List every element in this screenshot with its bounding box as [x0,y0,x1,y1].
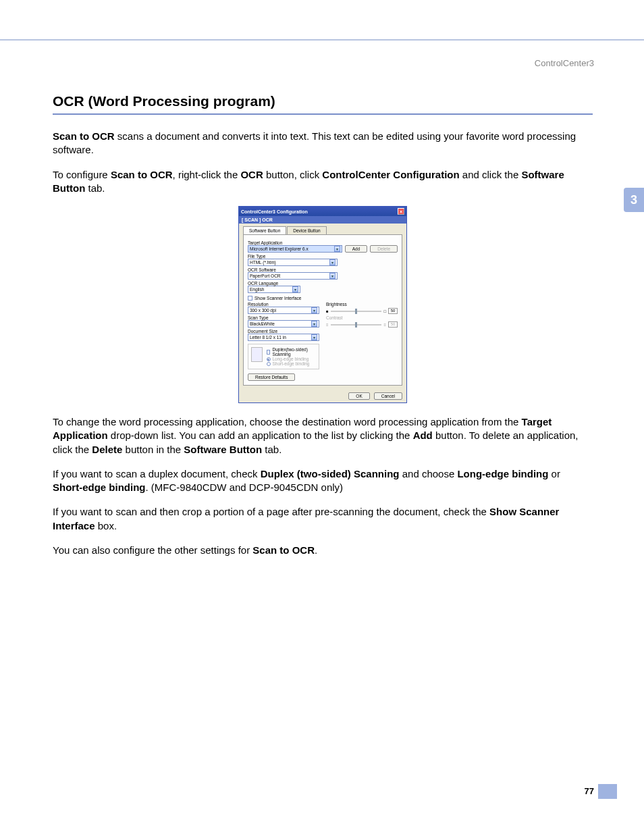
contrast-high-icon: ≡ [383,323,386,327]
dialog-footer: OK Cancel [239,390,406,402]
ok-button[interactable]: OK [348,392,369,400]
text: You can also configure the other setting… [53,544,252,556]
page-bar-decoration [598,784,617,799]
text: button in the [122,444,184,455]
combo-document-size[interactable]: Letter 8 1/2 x 11 in ▾ [248,334,319,341]
top-bar [0,0,644,41]
chevron-down-icon: ▾ [311,321,317,327]
slider-track[interactable] [331,311,382,312]
radio-long-edge[interactable]: Long-edge binding [267,357,317,361]
header-product: ControlCenter3 [535,58,594,68]
section-title: OCR (Word Processing program) [53,93,593,115]
combo-value: HTML (*.htm) [250,260,276,265]
label-short-edge: Short-edge binding [273,361,310,366]
combo-ocr-language[interactable]: English ▾ [248,286,300,293]
slider-contrast: ≡ ≡ 50 [326,321,398,328]
radio-icon [267,362,271,366]
combo-target-app[interactable]: Microsoft Internet Explorer 6.x ▾ [248,245,342,253]
combo-value: Letter 8 1/2 x 11 in [250,335,286,340]
duplex-icon [251,347,263,362]
text: . (MFC-9840CDW and DCP-9045CDN only) [145,481,343,493]
tabs: Software Button Device Button [243,226,402,234]
bold: ControlCenter Configuration [322,169,459,180]
radio-icon [267,357,271,361]
bold: Long-edge binding [457,468,548,479]
checkbox-duplex[interactable]: Duplex(two-sided) Scanning [267,347,317,357]
add-button[interactable]: Add [345,245,368,253]
label-ocr-software: OCR Software [248,267,398,272]
bold: Short-edge binding [53,481,145,493]
text: If you want to scan a duplex document, c… [53,468,261,479]
paragraph-2: To configure Scan to OCR, right-click th… [53,168,593,196]
label-file-type: File Type [248,254,398,259]
bold: Scan to OCR [252,544,315,556]
brightness-value[interactable]: 50 [388,308,398,314]
text: . [315,544,317,556]
chevron-down-icon: ▾ [311,307,317,313]
bold: Add [413,429,433,441]
bold: Delete [92,444,122,455]
text: tab. [262,444,281,455]
paragraph-4: If you want to scan a duplex document, c… [53,467,593,495]
combo-value: Black&White [250,321,275,326]
config-dialog: ControlCenter3 Configuration × [ SCAN ] … [238,206,407,403]
label-ocr-language: OCR Language [248,281,398,286]
tab-software-button[interactable]: Software Button [243,226,286,234]
paragraph-3: To change the word processing applicatio… [53,415,593,457]
bold-scan-to-ocr: Scan to OCR [53,130,115,142]
text: scans a document and converts it into te… [53,130,576,155]
combo-file-type[interactable]: HTML (*.htm) ▾ [248,259,338,266]
radio-short-edge[interactable]: Short-edge binding [267,361,317,366]
combo-value: Microsoft Internet Explorer 6.x [250,246,308,251]
restore-defaults-button[interactable]: Restore Defaults [248,373,295,381]
slider-brightness[interactable]: ■ □ 50 [326,308,398,314]
text: drop-down list. You can add an applicati… [108,429,413,441]
text: To configure [53,169,111,180]
dialog-subtitle: [ SCAN ] OCR [239,216,406,224]
cancel-button[interactable]: Cancel [374,392,402,400]
paragraph-5: If you want to scan and then crop a port… [53,505,593,533]
tab-device-button[interactable]: Device Button [287,226,326,234]
slider-thumb[interactable] [355,309,357,314]
text: , right-click the [173,169,241,180]
label-duplex: Duplex(two-sided) Scanning [272,347,316,357]
label-target-app: Target Application [248,240,398,245]
label-contrast: Contrast [326,315,398,320]
combo-value: PaperPort OCR [250,273,281,278]
bold: Software Button [184,444,262,455]
close-icon[interactable]: × [398,208,404,215]
label-scan-type: Scan Type [248,315,319,320]
label-document-size: Document Size [248,329,319,334]
combo-resolution[interactable]: 300 x 300 dpi ▾ [248,307,319,314]
text: and click the [460,169,522,180]
chevron-down-icon: ▾ [334,246,340,252]
label-long-edge: Long-edge binding [273,357,309,361]
dialog-titlebar: ControlCenter3 Configuration × [239,207,406,216]
page-number: 77 [585,786,594,796]
combo-value: 300 x 300 dpi [250,308,276,313]
checkbox-show-scanner[interactable]: Show Scanner Interface [248,296,398,301]
paragraph-1: Scan to OCR scans a document and convert… [53,130,593,157]
checkbox-icon [267,350,271,355]
dialog-title: ControlCenter3 Configuration [241,209,308,214]
text: button, click [263,169,323,180]
combo-scan-type[interactable]: Black&White ▾ [248,320,319,328]
paragraph-6: You can also configure the other setting… [53,544,593,557]
text: tab. [85,182,105,194]
delete-button[interactable]: Delete [370,245,398,253]
label-brightness: Brightness [326,302,398,307]
combo-ocr-software[interactable]: PaperPort OCR ▾ [248,272,338,280]
text: To change the word processing applicatio… [53,416,522,427]
text: box. [95,520,117,531]
dark-icon: ■ [326,309,329,313]
contrast-value: 50 [388,321,398,328]
chevron-down-icon: ▾ [292,286,298,292]
slider-thumb [355,322,357,328]
bold: Scan to OCR [111,169,173,180]
combo-value: English [250,287,264,292]
light-icon: □ [383,309,386,313]
content: OCR (Word Processing program) Scan to OC… [53,93,593,568]
panel: Target Application Microsoft Internet Ex… [243,234,402,386]
label-resolution: Resolution [248,302,319,307]
chevron-down-icon: ▾ [311,334,317,340]
